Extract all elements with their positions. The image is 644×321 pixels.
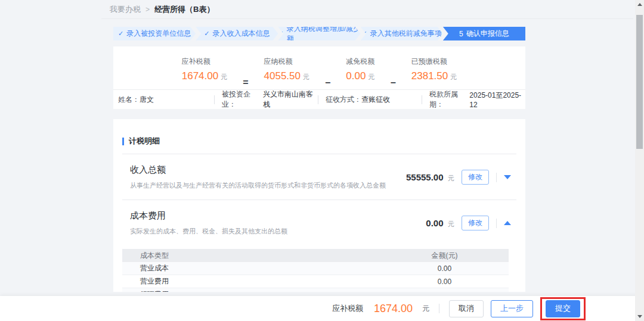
amount-unit: 元 (368, 73, 374, 82)
minus-sign: − (325, 77, 330, 89)
step-label: 录入被投资单位信息 (126, 29, 191, 39)
cost-expense-row: 成本费用 实际发生的成本、费用、税金、损失及其他支出的总额 0.00 元 修改 (122, 200, 516, 245)
submit-highlight-annotation: 提交 (540, 297, 586, 320)
divider (496, 173, 497, 182)
page: 我要办税 > 经营所得（B表） ✓ 录入被投资单位信息 ✓ 录入收入成本信息 ✓… (0, 0, 644, 321)
field-collection-method: 征收方式： 查账征收 (318, 95, 422, 104)
step-label: 录入收入成本信息 (212, 29, 270, 39)
step-4-other-deductions[interactable]: ✓ 录入其他税前减免事项 (361, 27, 443, 40)
amount-payable: 应纳税额 4055.50 元 (264, 57, 309, 82)
step-label: 确认申报信息 (466, 29, 509, 39)
footer-amount-unit: 元 (422, 304, 429, 314)
field-label: 被投资企业： (222, 89, 263, 110)
step-3-tax-adjustment[interactable]: ✓ 录入纳税调整增加/减少额 (278, 27, 360, 40)
step-5-confirm-active[interactable]: 5 确认申报信息 (443, 27, 525, 40)
table-row: 营业成本 0.00 (122, 262, 509, 275)
check-icon: ✓ (204, 30, 209, 38)
table-header-row: 成本类型 金额(元) (122, 249, 509, 262)
amount-cell: 0.00 (380, 264, 509, 273)
table-row: 营业费用 0.00 (122, 275, 509, 288)
previous-step-button[interactable]: 上一步 (491, 300, 533, 317)
field-label: 姓名： (118, 95, 140, 105)
cost-expense-text: 成本费用 实际发生的成本、费用、税金、损失及其他支出的总额 (130, 210, 287, 236)
col-amount: 金额(元) (380, 251, 509, 261)
step-2-income-cost[interactable]: ✓ 录入收入成本信息 (196, 27, 278, 40)
cost-type-cell: 营业成本 (122, 263, 380, 273)
step-label: 录入纳税调整增加/减少额 (287, 24, 361, 44)
amount-cell: 0.00 (380, 278, 509, 286)
check-icon: ✓ (278, 30, 283, 38)
income-total-value: 55555.00 (406, 172, 444, 182)
divider (439, 304, 439, 313)
scrollbar-thumb[interactable] (636, 15, 643, 149)
amount-value: 2381.50 (411, 70, 448, 82)
amount-label: 应补税额 (182, 57, 227, 67)
field-name: 姓名： 唐文 (113, 95, 214, 104)
field-label: 征收方式： (326, 95, 361, 105)
footer-amount-label: 应补税额 (332, 303, 363, 314)
amount-label: 已预缴税额 (411, 57, 457, 67)
section-header: 计税明细 (122, 136, 516, 154)
field-value: 2025-01至2025-12 (469, 91, 525, 109)
chevron-down-icon[interactable] (504, 175, 511, 179)
amount-due: 应补税额 1674.00 元 (182, 57, 227, 82)
arrow-up-icon (637, 3, 642, 6)
step-number: 5 (459, 30, 463, 38)
amount-reduction: 减免税额 0.00 元 (346, 57, 374, 82)
section-title: 计税明细 (129, 136, 160, 147)
amount-label: 应纳税额 (264, 57, 309, 67)
income-total-unit: 元 (448, 174, 454, 182)
step-1-invested-unit[interactable]: ✓ 录入被投资单位信息 (113, 27, 196, 40)
tax-detail-card: 计税明细 收入总额 从事生产经营以及与生产经营有关的活动取得的货币形式和非货币形… (113, 119, 525, 292)
field-value: 唐文 (140, 95, 154, 105)
step-label: 录入其他税前减免事项 (370, 29, 442, 39)
submit-button[interactable]: 提交 (546, 300, 580, 317)
equals-sign: = (243, 77, 248, 89)
amount-unit: 元 (221, 73, 227, 82)
amount-value: 0.00 (346, 70, 366, 82)
breadcrumb: 我要办税 > 经营所得（B表） (101, 0, 633, 19)
cost-expense-desc: 实际发生的成本、费用、税金、损失及其他支出的总额 (130, 227, 287, 236)
vertical-scrollbar[interactable] (635, 0, 644, 321)
cost-type-table: 成本类型 金额(元) 营业成本 0.00 营业费用 0.00 管理费用 0.00… (122, 249, 509, 292)
minus-sign: − (390, 77, 395, 89)
cost-expense-title: 成本费用 (130, 210, 287, 222)
field-invested-enterprise: 被投资企业： 兴义市南山南客栈 (214, 95, 318, 104)
amount-value: 4055.50 (264, 70, 301, 82)
income-total-desc: 从事生产经营以及与生产经营有关的活动取得的货币形式和非货币形式的各项收入总金额 (130, 181, 386, 190)
chevron-up-icon[interactable] (504, 221, 511, 225)
col-cost-type: 成本类型 (122, 251, 380, 261)
field-value: 兴义市南山南客栈 (263, 89, 318, 110)
scroll-down-button[interactable] (635, 312, 644, 321)
check-icon: ✓ (362, 30, 367, 38)
divider (496, 219, 497, 228)
check-icon: ✓ (118, 30, 123, 38)
field-label: 税款所属期： (429, 89, 469, 110)
amount-label: 减免税额 (346, 57, 374, 67)
table-row: 管理费用 0.00 (122, 288, 509, 292)
tax-summary-card: 应补税额 1674.00 元 = 应纳税额 4055.50 元 − 减免税额 0… (113, 46, 525, 109)
breadcrumb-root[interactable]: 我要办税 (110, 4, 141, 15)
cost-expense-unit: 元 (448, 220, 454, 227)
amount-unit: 元 (450, 73, 457, 82)
scroll-up-button[interactable] (635, 0, 644, 9)
amount-cell: 0.00 (380, 291, 509, 292)
section-accent-bar (122, 138, 124, 145)
arrow-down-icon (637, 315, 642, 318)
field-tax-period: 税款所属期： 2025-01至2025-12 (422, 95, 525, 104)
field-value: 查账征收 (361, 95, 390, 105)
amount-unit: 元 (303, 73, 309, 82)
footer-amount-value: 1674.00 (374, 303, 413, 315)
footer-action-bar: 应补税额 1674.00 元 取消 上一步 提交 (0, 296, 644, 321)
cancel-button[interactable]: 取消 (449, 300, 484, 317)
income-total-row: 收入总额 从事生产经营以及与生产经营有关的活动取得的货币形式和非货币形式的各项收… (122, 154, 516, 200)
breadcrumb-current: 经营所得（B表） (154, 4, 214, 15)
step-wizard: ✓ 录入被投资单位信息 ✓ 录入收入成本信息 ✓ 录入纳税调整增加/减少额 ✓ … (113, 27, 525, 40)
breadcrumb-separator: > (145, 5, 150, 14)
amount-value: 1674.00 (182, 70, 218, 82)
income-modify-button[interactable]: 修改 (462, 170, 489, 185)
taxpayer-info-row: 姓名： 唐文 被投资企业： 兴义市南山南客栈 征收方式： 查账征收 税款所属期：… (113, 89, 525, 109)
cost-modify-button[interactable]: 修改 (462, 216, 489, 230)
income-total-text: 收入总额 从事生产经营以及与生产经营有关的活动取得的货币形式和非货币形式的各项收… (130, 164, 386, 190)
income-total-title: 收入总额 (130, 164, 386, 176)
